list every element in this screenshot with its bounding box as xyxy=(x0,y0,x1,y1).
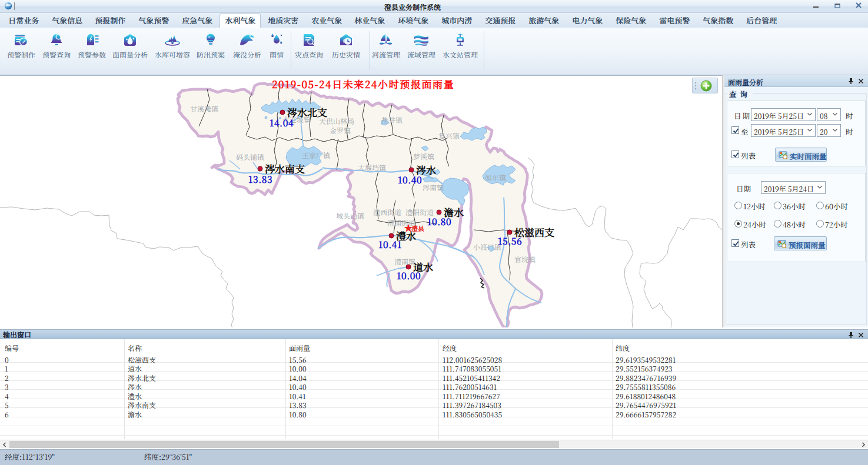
svg-text:金罗镇: 金罗镇 xyxy=(330,125,351,135)
svg-text:城头山镇: 城头山镇 xyxy=(336,210,365,220)
svg-text:码头铺镇: 码头铺镇 xyxy=(236,152,265,162)
svg-text:澧县: 澧县 xyxy=(411,223,424,233)
svg-text:13.83: 13.83 xyxy=(248,172,272,185)
svg-text:大堰垱镇: 大堰垱镇 xyxy=(358,162,387,172)
svg-text:官垸镇: 官垸镇 xyxy=(514,254,536,264)
svg-text:10.00: 10.00 xyxy=(397,269,421,282)
svg-text:王家厂镇: 王家厂镇 xyxy=(302,150,331,160)
svg-text:如东镇: 如东镇 xyxy=(485,172,507,182)
svg-text:梦溪镇: 梦溪镇 xyxy=(413,151,435,161)
svg-text:14.04: 14.04 xyxy=(270,116,294,129)
svg-text:15.56: 15.56 xyxy=(498,234,522,247)
svg-text:涔南镇: 涔南镇 xyxy=(423,182,444,192)
svg-text:澧西街道: 澧西街道 xyxy=(373,207,401,217)
svg-text:10.40: 10.40 xyxy=(398,173,422,186)
svg-text:10.41: 10.41 xyxy=(378,237,402,250)
svg-text:甘溪滩镇: 甘溪滩镇 xyxy=(190,103,219,113)
svg-text:盐井镇: 盐井镇 xyxy=(381,115,403,125)
svg-text:复兴镇: 复兴镇 xyxy=(438,131,460,140)
svg-text:10.80: 10.80 xyxy=(427,215,451,228)
